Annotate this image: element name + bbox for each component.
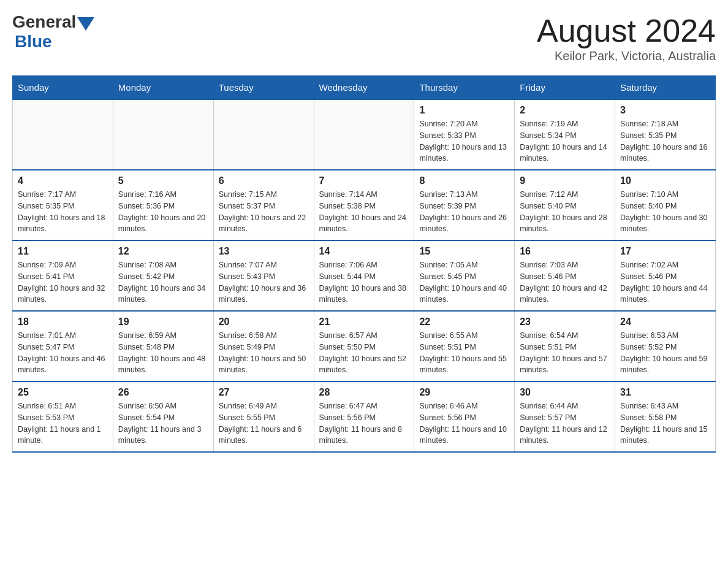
day-number: 17 (620, 246, 710, 257)
month-title: August 2024 (537, 12, 716, 49)
week-row-1: 4Sunrise: 7:17 AM Sunset: 5:35 PM Daylig… (13, 170, 716, 240)
calendar-cell: 13Sunrise: 7:07 AM Sunset: 5:43 PM Dayli… (213, 240, 314, 311)
day-number: 11 (18, 246, 108, 257)
calendar-cell (314, 99, 414, 170)
calendar-cell: 11Sunrise: 7:09 AM Sunset: 5:41 PM Dayli… (13, 240, 113, 311)
day-number: 25 (18, 387, 108, 398)
calendar-cell: 3Sunrise: 7:18 AM Sunset: 5:35 PM Daylig… (615, 99, 716, 170)
day-info: Sunrise: 7:08 AM Sunset: 5:42 PM Dayligh… (118, 259, 208, 305)
page-header: General Blue August 2024 Keilor Park, Vi… (12, 12, 716, 63)
calendar-cell: 7Sunrise: 7:14 AM Sunset: 5:38 PM Daylig… (314, 170, 414, 240)
calendar-cell: 26Sunrise: 6:50 AM Sunset: 5:54 PM Dayli… (113, 381, 213, 452)
day-info: Sunrise: 6:54 AM Sunset: 5:51 PM Dayligh… (520, 330, 610, 376)
day-number: 30 (520, 387, 610, 398)
calendar-cell: 17Sunrise: 7:02 AM Sunset: 5:46 PM Dayli… (615, 240, 716, 311)
day-info: Sunrise: 6:44 AM Sunset: 5:57 PM Dayligh… (520, 400, 610, 446)
logo: General Blue (12, 12, 94, 52)
day-number: 20 (219, 316, 309, 327)
day-info: Sunrise: 7:03 AM Sunset: 5:46 PM Dayligh… (520, 259, 610, 305)
calendar-table: SundayMondayTuesdayWednesdayThursdayFrid… (12, 75, 716, 453)
calendar-cell: 21Sunrise: 6:57 AM Sunset: 5:50 PM Dayli… (314, 311, 414, 381)
logo-triangle-icon (77, 17, 94, 31)
day-info: Sunrise: 6:43 AM Sunset: 5:58 PM Dayligh… (620, 400, 710, 446)
day-info: Sunrise: 7:17 AM Sunset: 5:35 PM Dayligh… (18, 189, 108, 235)
day-number: 1 (419, 105, 509, 116)
calendar-cell: 8Sunrise: 7:13 AM Sunset: 5:39 PM Daylig… (414, 170, 515, 240)
day-info: Sunrise: 7:09 AM Sunset: 5:41 PM Dayligh… (18, 259, 108, 305)
day-info: Sunrise: 6:53 AM Sunset: 5:52 PM Dayligh… (620, 330, 710, 376)
calendar-cell: 20Sunrise: 6:58 AM Sunset: 5:49 PM Dayli… (213, 311, 314, 381)
day-info: Sunrise: 7:10 AM Sunset: 5:40 PM Dayligh… (620, 189, 710, 235)
logo-blue: Blue (15, 32, 52, 52)
calendar-cell (213, 99, 314, 170)
header-thursday: Thursday (414, 76, 515, 100)
day-number: 21 (319, 316, 409, 327)
calendar-cell: 30Sunrise: 6:44 AM Sunset: 5:57 PM Dayli… (515, 381, 615, 452)
title-section: August 2024 Keilor Park, Victoria, Austr… (537, 12, 716, 63)
day-info: Sunrise: 6:47 AM Sunset: 5:56 PM Dayligh… (319, 400, 409, 446)
day-number: 8 (419, 175, 509, 186)
calendar-cell: 1Sunrise: 7:20 AM Sunset: 5:33 PM Daylig… (414, 99, 515, 170)
day-number: 2 (520, 105, 610, 116)
calendar-header-row: SundayMondayTuesdayWednesdayThursdayFrid… (13, 76, 716, 100)
week-row-3: 18Sunrise: 7:01 AM Sunset: 5:47 PM Dayli… (13, 311, 716, 381)
calendar-cell: 24Sunrise: 6:53 AM Sunset: 5:52 PM Dayli… (615, 311, 716, 381)
day-info: Sunrise: 7:13 AM Sunset: 5:39 PM Dayligh… (419, 189, 509, 235)
day-number: 27 (219, 387, 309, 398)
calendar-cell: 23Sunrise: 6:54 AM Sunset: 5:51 PM Dayli… (515, 311, 615, 381)
day-number: 7 (319, 175, 409, 186)
day-info: Sunrise: 7:18 AM Sunset: 5:35 PM Dayligh… (620, 118, 710, 164)
day-number: 5 (118, 175, 208, 186)
week-row-2: 11Sunrise: 7:09 AM Sunset: 5:41 PM Dayli… (13, 240, 716, 311)
day-info: Sunrise: 7:20 AM Sunset: 5:33 PM Dayligh… (419, 118, 509, 164)
day-number: 3 (620, 105, 710, 116)
calendar-cell: 22Sunrise: 6:55 AM Sunset: 5:51 PM Dayli… (414, 311, 515, 381)
day-number: 10 (620, 175, 710, 186)
calendar-cell: 15Sunrise: 7:05 AM Sunset: 5:45 PM Dayli… (414, 240, 515, 311)
day-info: Sunrise: 6:50 AM Sunset: 5:54 PM Dayligh… (118, 400, 208, 446)
calendar-cell: 25Sunrise: 6:51 AM Sunset: 5:53 PM Dayli… (13, 381, 113, 452)
header-saturday: Saturday (615, 76, 716, 100)
location: Keilor Park, Victoria, Australia (537, 49, 716, 63)
calendar-cell: 14Sunrise: 7:06 AM Sunset: 5:44 PM Dayli… (314, 240, 414, 311)
header-wednesday: Wednesday (314, 76, 414, 100)
day-number: 13 (219, 246, 309, 257)
day-number: 31 (620, 387, 710, 398)
day-info: Sunrise: 7:07 AM Sunset: 5:43 PM Dayligh… (219, 259, 309, 305)
day-number: 22 (419, 316, 509, 327)
logo-general: General (12, 12, 76, 32)
day-info: Sunrise: 7:01 AM Sunset: 5:47 PM Dayligh… (18, 330, 108, 376)
day-info: Sunrise: 7:02 AM Sunset: 5:46 PM Dayligh… (620, 259, 710, 305)
day-info: Sunrise: 7:14 AM Sunset: 5:38 PM Dayligh… (319, 189, 409, 235)
calendar-cell: 29Sunrise: 6:46 AM Sunset: 5:56 PM Dayli… (414, 381, 515, 452)
day-info: Sunrise: 7:15 AM Sunset: 5:37 PM Dayligh… (219, 189, 309, 235)
day-number: 4 (18, 175, 108, 186)
day-number: 28 (319, 387, 409, 398)
day-number: 15 (419, 246, 509, 257)
calendar-cell: 9Sunrise: 7:12 AM Sunset: 5:40 PM Daylig… (515, 170, 615, 240)
day-info: Sunrise: 6:51 AM Sunset: 5:53 PM Dayligh… (18, 400, 108, 446)
calendar-cell: 28Sunrise: 6:47 AM Sunset: 5:56 PM Dayli… (314, 381, 414, 452)
calendar-cell: 4Sunrise: 7:17 AM Sunset: 5:35 PM Daylig… (13, 170, 113, 240)
day-number: 29 (419, 387, 509, 398)
day-info: Sunrise: 7:06 AM Sunset: 5:44 PM Dayligh… (319, 259, 409, 305)
day-number: 18 (18, 316, 108, 327)
day-number: 19 (118, 316, 208, 327)
calendar-cell: 16Sunrise: 7:03 AM Sunset: 5:46 PM Dayli… (515, 240, 615, 311)
header-friday: Friday (515, 76, 615, 100)
day-info: Sunrise: 7:05 AM Sunset: 5:45 PM Dayligh… (419, 259, 509, 305)
day-info: Sunrise: 6:46 AM Sunset: 5:56 PM Dayligh… (419, 400, 509, 446)
header-monday: Monday (113, 76, 213, 100)
day-info: Sunrise: 6:55 AM Sunset: 5:51 PM Dayligh… (419, 330, 509, 376)
week-row-0: 1Sunrise: 7:20 AM Sunset: 5:33 PM Daylig… (13, 99, 716, 170)
day-number: 16 (520, 246, 610, 257)
calendar-cell (13, 99, 113, 170)
day-number: 23 (520, 316, 610, 327)
day-number: 14 (319, 246, 409, 257)
calendar-cell: 27Sunrise: 6:49 AM Sunset: 5:55 PM Dayli… (213, 381, 314, 452)
calendar-cell: 5Sunrise: 7:16 AM Sunset: 5:36 PM Daylig… (113, 170, 213, 240)
day-number: 9 (520, 175, 610, 186)
calendar-cell: 10Sunrise: 7:10 AM Sunset: 5:40 PM Dayli… (615, 170, 716, 240)
day-info: Sunrise: 7:16 AM Sunset: 5:36 PM Dayligh… (118, 189, 208, 235)
day-number: 12 (118, 246, 208, 257)
